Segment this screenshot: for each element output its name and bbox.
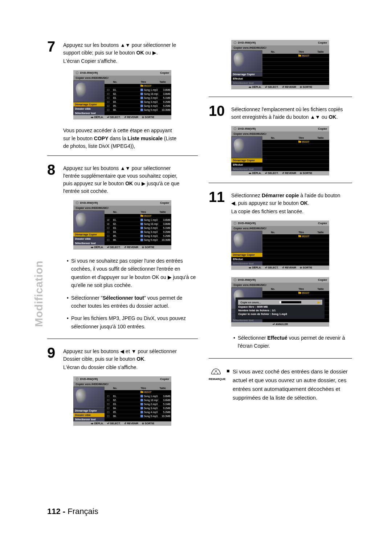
left-column: 7 Appuyez sur les boutons ▲▼ pour sélect…: [47, 40, 198, 516]
step-text: Appuyez sur les boutons ▲▼ pour sélectio…: [63, 40, 176, 65]
svg-point-7: [235, 42, 236, 43]
step-text: Appuyez sur les boutons ◀ et ▼ pour séle…: [63, 346, 177, 371]
ui-screenshot-10: DVD-RW(VR)Copier Copier vers:/HDD/MUSIC/…: [231, 126, 329, 175]
separator: [209, 183, 352, 183]
ui-screenshot-8: DVD-RW(VR)Copier Copier vers:/HDD/MUSIC/…: [73, 200, 171, 250]
ui-screenshot-11b: DVD-RW(VR)Copier Copier vers:/HDD/MUSIC/…: [231, 277, 329, 327]
bullet: Sélectionner "Sélectionner tout" vous pe…: [67, 294, 198, 310]
step-number: 8: [47, 163, 60, 195]
bullets-11: Sélectionner Effectué vous permet de rev…: [233, 334, 352, 350]
step-9: 9 Appuyez sur les boutons ◀ et ▼ pour sé…: [47, 346, 198, 371]
step-10: 10 Sélectionnez l'emplacement où les fic…: [209, 104, 352, 121]
svg-point-1: [77, 72, 78, 73]
paragraph-7: Vous pouvez accéder à cette étape en app…: [63, 127, 198, 150]
step-11: 11 Sélectionnez Démarrer copie à l'aide …: [209, 190, 352, 215]
separator: [47, 339, 198, 339]
step-7: 7 Appuyez sur les boutons ▲▼ pour sélect…: [47, 40, 198, 65]
ui-screenshot-7: DVD-RW(VR)Copier Copier vers:/HDD/MUSIC/…: [73, 70, 171, 120]
step-number: 11: [209, 190, 228, 215]
step-text: Appuyez sur les boutons ▲▼ pour sélectio…: [63, 163, 179, 195]
page-footer: 112 - Français: [47, 507, 98, 516]
section-heading: Modification: [33, 260, 45, 327]
step-number: 9: [47, 346, 60, 371]
step-text: Sélectionnez Démarrer copie à l'aide du …: [231, 190, 340, 215]
step-8: 8 Appuyez sur les boutons ▲▼ pour sélect…: [47, 163, 198, 195]
step-number: 7: [47, 40, 60, 65]
ui-screenshot-9b: DVD-RW(VR)Copier Copier vers:/HDD/MUSIC/…: [231, 40, 329, 89]
bullets-8: Si vous ne souhaitez pas copier l'une de…: [67, 257, 198, 331]
ui-screenshot-9: DVD-RW(VR)Copier Copier vers:/HDD/MUSIC/…: [73, 376, 171, 426]
right-column: DVD-RW(VR)Copier Copier vers:/HDD/MUSIC/…: [209, 40, 352, 516]
note-icon: REMARQUE: [209, 367, 223, 402]
bullet: Si vous ne souhaitez pas copier l'une de…: [67, 257, 198, 290]
note: REMARQUE Si vous avez coché des entrées …: [209, 367, 352, 402]
bullet: Pour les fichiers MP3, JPEG ou DivX, vou…: [67, 314, 198, 331]
separator: [209, 358, 352, 359]
separator: [209, 97, 352, 97]
svg-point-13: [235, 279, 236, 280]
svg-point-3: [77, 202, 78, 203]
bullet: Sélectionner Effectué vous permet de rev…: [233, 334, 352, 350]
note-text: Si vous avez coché des entrées dans le d…: [227, 367, 352, 402]
separator: [47, 155, 198, 156]
step-text: Sélectionnez l'emplacement où les fichie…: [231, 104, 343, 121]
ui-screenshot-11a: DVD-RW(VR)Copier Copier vers:/HDD/MUSIC/…: [231, 221, 329, 270]
svg-point-9: [235, 128, 236, 129]
step-number: 10: [209, 104, 228, 121]
svg-point-5: [77, 379, 78, 380]
svg-point-11: [235, 223, 236, 224]
